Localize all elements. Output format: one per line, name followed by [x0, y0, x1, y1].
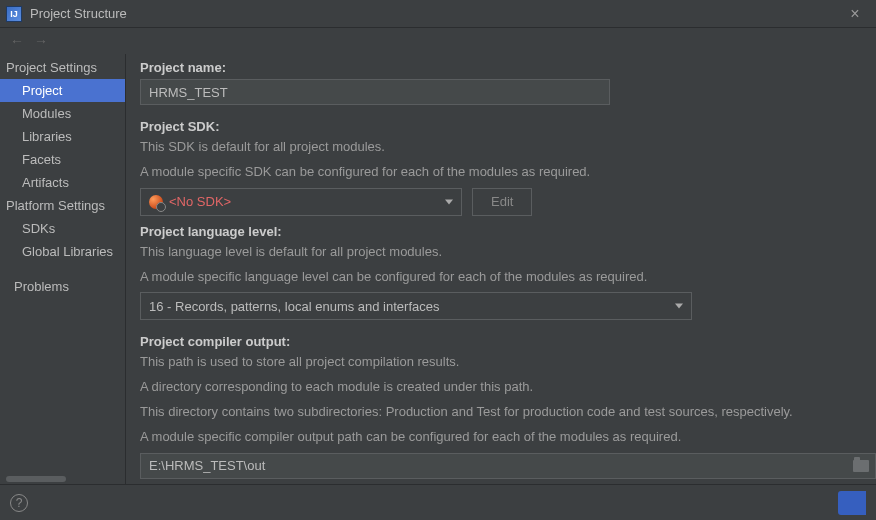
- compiler-output-value: E:\HRMS_TEST\out: [149, 458, 265, 473]
- project-sdk-desc2: A module specific SDK can be configured …: [140, 163, 862, 182]
- sidebar-scrollbar-thumb[interactable]: [6, 476, 66, 482]
- sidebar-item-libraries[interactable]: Libraries: [0, 125, 125, 148]
- project-sdk-value: <No SDK>: [169, 194, 231, 209]
- chevron-down-icon: [675, 304, 683, 309]
- compiler-output-input[interactable]: E:\HRMS_TEST\out: [140, 453, 876, 479]
- sidebar-item-problems[interactable]: Problems: [0, 275, 125, 298]
- nav-toolbar: ← →: [0, 28, 876, 54]
- compiler-output-desc1: This path is used to store all project c…: [140, 353, 862, 372]
- compiler-output-desc2: A directory corresponding to each module…: [140, 378, 862, 397]
- language-level-label: Project language level:: [140, 224, 862, 239]
- sidebar-item-project[interactable]: Project: [0, 79, 125, 102]
- titlebar: IJ Project Structure ×: [0, 0, 876, 28]
- sdk-missing-icon: [149, 195, 163, 209]
- help-button[interactable]: ?: [10, 494, 28, 512]
- compiler-output-label: Project compiler output:: [140, 334, 862, 349]
- sidebar-item-artifacts[interactable]: Artifacts: [0, 171, 125, 194]
- project-sdk-combo[interactable]: <No SDK>: [140, 188, 462, 216]
- sidebar-group-project-settings: Project Settings: [0, 56, 125, 79]
- project-name-value: HRMS_TEST: [149, 85, 228, 100]
- project-sdk-label: Project SDK:: [140, 119, 862, 134]
- sidebar-item-sdks[interactable]: SDKs: [0, 217, 125, 240]
- chevron-down-icon: [445, 199, 453, 204]
- dialog-footer: ?: [0, 484, 876, 520]
- sidebar-item-global-libraries[interactable]: Global Libraries: [0, 240, 125, 263]
- app-icon: IJ: [6, 6, 22, 22]
- sidebar-group-platform-settings: Platform Settings: [0, 194, 125, 217]
- language-level-desc1: This language level is default for all p…: [140, 243, 862, 262]
- language-level-desc2: A module specific language level can be …: [140, 268, 862, 287]
- ok-button-edge[interactable]: [838, 491, 866, 515]
- sidebar: Project Settings Project Modules Librari…: [0, 54, 126, 484]
- language-level-combo[interactable]: 16 - Records, patterns, local enums and …: [140, 292, 692, 320]
- sidebar-item-facets[interactable]: Facets: [0, 148, 125, 171]
- compiler-output-desc4: A module specific compiler output path c…: [140, 428, 862, 447]
- project-sdk-desc1: This SDK is default for all project modu…: [140, 138, 862, 157]
- language-level-value: 16 - Records, patterns, local enums and …: [149, 299, 439, 314]
- content-panel: Project name: HRMS_TEST Project SDK: Thi…: [126, 54, 876, 484]
- compiler-output-desc3: This directory contains two subdirectori…: [140, 403, 862, 422]
- project-name-label: Project name:: [140, 60, 862, 75]
- browse-folder-icon[interactable]: [853, 460, 869, 472]
- back-icon[interactable]: ←: [8, 33, 26, 49]
- sidebar-item-modules[interactable]: Modules: [0, 102, 125, 125]
- project-name-input[interactable]: HRMS_TEST: [140, 79, 610, 105]
- edit-sdk-button[interactable]: Edit: [472, 188, 532, 216]
- close-icon[interactable]: ×: [840, 4, 870, 24]
- forward-icon[interactable]: →: [32, 33, 50, 49]
- window-title: Project Structure: [30, 6, 840, 21]
